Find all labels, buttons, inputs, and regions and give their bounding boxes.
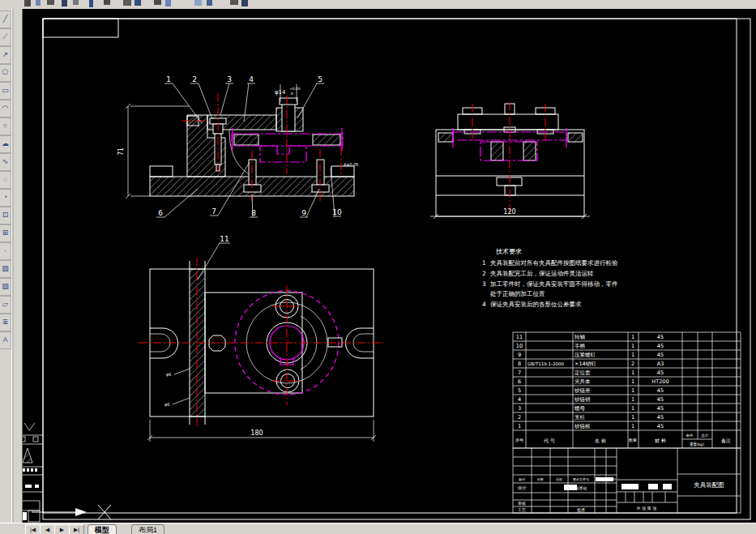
line-icon[interactable]: ╱ <box>0 11 11 28</box>
drawing-canvas[interactable]: 71 φ14 +0.05 0 4±0.05 1 2 3 4 5 6 7 8 <box>22 9 756 523</box>
toolbar-icon-fragment[interactable] <box>104 0 110 5</box>
tab-first-button[interactable]: |◀ <box>25 524 41 534</box>
point-icon[interactable]: · <box>0 242 11 260</box>
svg-text:铰链销: 铰链销 <box>574 396 591 403</box>
toolbar-icon-fragment[interactable] <box>123 0 131 6</box>
ellipse-icon[interactable]: ◌ <box>0 171 11 189</box>
svg-text:备注: 备注 <box>721 438 731 444</box>
region-icon[interactable]: ▱ <box>0 296 11 314</box>
revcloud-icon[interactable]: ☁ <box>0 135 11 153</box>
toolbar-icon-fragment[interactable] <box>89 0 93 7</box>
tab-last-button[interactable]: ▶| <box>69 524 84 534</box>
svg-text:夹具装配前对所有夹具配件按图纸要求进行检验: 夹具装配前对所有夹具配件按图纸要求进行检验 <box>490 259 618 267</box>
svg-text:工艺: 工艺 <box>518 507 526 512</box>
toolbar-icon-fragment[interactable] <box>62 0 67 6</box>
title-block-labels: 标记 处数 分区 更改文件号 签名 年月日 设计 标准化 审核 工艺 批准 共 … <box>518 477 657 513</box>
tab-prev-button[interactable]: ◀ <box>40 524 55 534</box>
svg-text:1: 1 <box>631 405 634 412</box>
svg-text:A3: A3 <box>657 361 664 367</box>
svg-text:8: 8 <box>251 209 256 217</box>
tab-model[interactable]: 模型 <box>88 524 117 534</box>
toolbar-icon-fragment[interactable] <box>154 0 161 5</box>
polyline-icon[interactable]: ↗ <box>0 46 11 64</box>
dim-hole-left-lower: φ6 <box>164 402 169 408</box>
toolbar-icon-fragment[interactable] <box>194 0 202 6</box>
mtext-icon[interactable]: A <box>0 331 11 349</box>
drawing-frame <box>43 19 750 519</box>
svg-text:夹具体: 夹具体 <box>574 378 591 385</box>
svg-text:总计: 总计 <box>701 434 710 438</box>
circle-icon[interactable]: ○ <box>0 117 11 135</box>
ellipse-arc-icon[interactable]: ◔ <box>0 189 11 207</box>
make-block-icon[interactable]: ⊞ <box>0 224 11 242</box>
svg-text:11: 11 <box>220 235 229 243</box>
svg-text:夹具装配完工后，保证运动件灵活运转: 夹具装配完工后，保证运动件灵活运转 <box>490 270 594 277</box>
ucs-icon <box>32 505 111 519</box>
svg-text:1: 1 <box>631 423 634 429</box>
toolbar-icon-fragment[interactable] <box>73 0 79 5</box>
svg-text:5: 5 <box>318 75 322 83</box>
margin-marks <box>23 423 43 522</box>
toolbar-icon-fragment[interactable] <box>24 0 31 6</box>
svg-text:1: 1 <box>631 378 634 385</box>
parts-list-table: 11转轴145 10手柄145 9压紧螺钉145 8GB/T119.1-2000… <box>513 332 741 448</box>
toolbar-icon-fragment[interactable] <box>241 0 248 6</box>
svg-text:HT200: HT200 <box>651 378 668 385</box>
svg-text:3: 3 <box>482 280 486 288</box>
gradient-icon[interactable]: ▧ <box>0 278 11 296</box>
toolbar-icon-fragment[interactable] <box>165 0 171 6</box>
svg-text:1: 1 <box>631 343 634 349</box>
svg-text:1: 1 <box>631 387 634 394</box>
svg-text:45: 45 <box>657 370 664 376</box>
tab-layout1[interactable]: 布局1 <box>131 524 164 534</box>
toolbar-icon-fragment[interactable] <box>47 0 54 5</box>
tab-next-button[interactable]: ▶ <box>54 524 70 534</box>
toolbar-icon-fragment[interactable] <box>135 0 141 6</box>
front-section-view <box>150 93 354 203</box>
svg-text:4: 4 <box>518 396 521 403</box>
svg-text:6: 6 <box>518 378 521 385</box>
spline-icon[interactable]: ∿ <box>0 153 11 171</box>
svg-text:45: 45 <box>657 396 664 403</box>
svg-text:2: 2 <box>631 361 634 367</box>
svg-text:支柱: 支柱 <box>574 414 586 421</box>
svg-text:分区: 分区 <box>556 477 562 481</box>
svg-text:加工零件时，保证夹具安装牢固不得移动，零件: 加工零件时，保证夹具安装牢固不得移动，零件 <box>489 280 618 288</box>
insert-block-icon[interactable]: ⊡ <box>0 207 11 224</box>
svg-text:45: 45 <box>657 405 664 412</box>
toolbar-icon-fragment[interactable] <box>207 0 212 6</box>
svg-text:45: 45 <box>657 387 664 394</box>
svg-text:名 称: 名 称 <box>595 438 606 444</box>
svg-text:1: 1 <box>166 75 171 83</box>
svg-text:定位套: 定位套 <box>574 370 591 376</box>
svg-text:2: 2 <box>192 75 197 83</box>
svg-text:共 张 第 张: 共 张 第 张 <box>637 506 657 511</box>
svg-text:9: 9 <box>518 352 521 358</box>
toolbar-icon-fragment[interactable] <box>36 0 41 6</box>
svg-text:7: 7 <box>518 370 521 376</box>
dim-side-width: 120 <box>503 208 515 216</box>
svg-text:1: 1 <box>631 414 634 421</box>
svg-text:1: 1 <box>631 370 634 376</box>
arc-icon[interactable]: ◠ <box>0 100 11 117</box>
dim-bolt-tol-up: +0.05 <box>289 87 301 91</box>
svg-text:45: 45 <box>657 334 664 340</box>
svg-text:1: 1 <box>482 259 486 267</box>
svg-text:1: 1 <box>631 352 634 358</box>
plan-view: 180 φ6 φ6 11 <box>139 235 383 442</box>
table-icon[interactable]: ≣ <box>0 314 11 331</box>
svg-text:审核: 审核 <box>518 501 526 506</box>
svg-text:2: 2 <box>518 414 521 421</box>
toolbar-icon-fragment[interactable] <box>230 0 238 5</box>
svg-text:重量(kg): 重量(kg) <box>690 442 704 446</box>
svg-text:2: 2 <box>482 270 486 277</box>
svg-text:单件: 单件 <box>686 434 694 438</box>
draw-toolbar[interactable]: ╱ ⟋ ↗ ⬠ ▭ ◠ ○ ☁ ∿ ◌ ◔ ⊡ ⊞ · ▨ ▧ ▱ ≣ A <box>0 9 22 523</box>
svg-text:处数: 处数 <box>537 477 544 481</box>
rectangle-icon[interactable]: ▭ <box>0 82 11 100</box>
xline-icon[interactable]: ⟋ <box>0 28 11 46</box>
svg-text:GB/T119.1-2000: GB/T119.1-2000 <box>527 361 564 366</box>
svg-text:代 号: 代 号 <box>543 438 555 443</box>
hatch-icon[interactable]: ▨ <box>0 260 11 278</box>
polygon-icon[interactable]: ⬠ <box>0 64 11 82</box>
